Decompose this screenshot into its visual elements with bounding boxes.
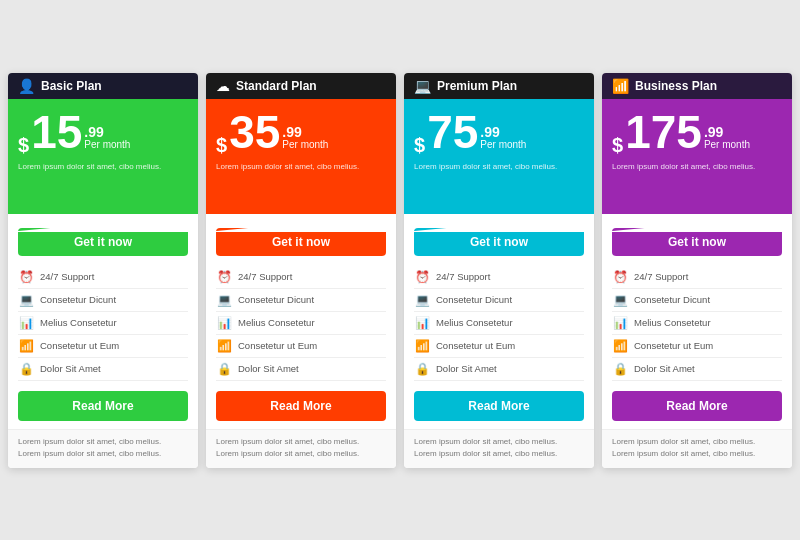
plan-cta-basic: Get it now [18, 228, 188, 256]
read-more-button-standard[interactable]: Read More [216, 391, 386, 421]
plan-name-basic: Basic Plan [41, 79, 102, 93]
plan-footer-premium: Lorem ipsum dolor sit amet, cibo melius.… [404, 429, 594, 468]
plan-description-business: Lorem ipsum dolor sit amet, cibo melius. [612, 161, 782, 172]
plan-price-row-basic: $ 15 .99 Per month [18, 109, 188, 155]
pricing-table: 👤 Basic Plan $ 15 .99 Per month Lorem ip… [0, 63, 800, 478]
list-item: 💻 Consetetur Dicunt [216, 289, 386, 312]
list-item: 💻 Consetetur Dicunt [612, 289, 782, 312]
list-item: 📊 Melius Consetetur [612, 312, 782, 335]
feature-label-0: 24/7 Support [238, 271, 292, 282]
read-more-button-premium[interactable]: Read More [414, 391, 584, 421]
plan-name-standard: Standard Plan [236, 79, 317, 93]
cta-button-business[interactable]: Get it now [612, 228, 782, 256]
feature-label-3: Consetetur ut Eum [238, 340, 317, 351]
price-cents-basic: .99 [84, 125, 130, 139]
price-main-basic: 15 [31, 109, 82, 155]
feature-label-1: Consetetur Dicunt [40, 294, 116, 305]
feature-icon-4: 🔒 [216, 362, 232, 376]
feature-icon-1: 💻 [18, 293, 34, 307]
price-main-premium: 75 [427, 109, 478, 155]
price-dollar-standard: $ [216, 135, 227, 155]
feature-icon-4: 🔒 [612, 362, 628, 376]
list-item: 🔒 Dolor Sit Amet [18, 358, 188, 381]
plan-name-business: Business Plan [635, 79, 717, 93]
footer-text-premium: Lorem ipsum dolor sit amet, cibo melius.… [414, 436, 584, 460]
plan-icon-premium: 💻 [414, 78, 431, 94]
feature-label-2: Melius Consetetur [40, 317, 117, 328]
plan-card-standard: ☁ Standard Plan $ 35 .99 Per month Lorem… [206, 73, 396, 468]
list-item: 📶 Consetetur ut Eum [216, 335, 386, 358]
price-period-standard: Per month [282, 139, 328, 151]
plan-footer-basic: Lorem ipsum dolor sit amet, cibo melius.… [8, 429, 198, 468]
feature-label-4: Dolor Sit Amet [40, 363, 101, 374]
plan-header-bar-standard: ☁ Standard Plan [206, 73, 396, 99]
list-item: ⏰ 24/7 Support [216, 266, 386, 289]
plan-name-premium: Premium Plan [437, 79, 517, 93]
feature-icon-3: 📶 [612, 339, 628, 353]
plan-icon-basic: 👤 [18, 78, 35, 94]
feature-label-4: Dolor Sit Amet [436, 363, 497, 374]
feature-icon-3: 📶 [414, 339, 430, 353]
plan-card-business: 📶 Business Plan $ 175 .99 Per month Lore… [602, 73, 792, 468]
feature-label-1: Consetetur Dicunt [436, 294, 512, 305]
list-item: 📊 Melius Consetetur [216, 312, 386, 335]
feature-icon-2: 📊 [18, 316, 34, 330]
feature-label-4: Dolor Sit Amet [238, 363, 299, 374]
feature-list-basic: ⏰ 24/7 Support 💻 Consetetur Dicunt 📊 Mel… [18, 266, 188, 381]
plan-icon-business: 📶 [612, 78, 629, 94]
footer-text-standard: Lorem ipsum dolor sit amet, cibo melius.… [216, 436, 386, 460]
price-dollar-business: $ [612, 135, 623, 155]
cta-button-standard[interactable]: Get it now [216, 228, 386, 256]
plan-card-premium: 💻 Premium Plan $ 75 .99 Per month Lorem … [404, 73, 594, 468]
list-item: ⏰ 24/7 Support [612, 266, 782, 289]
price-period-business: Per month [704, 139, 750, 151]
plan-price-row-standard: $ 35 .99 Per month [216, 109, 386, 155]
plan-header-standard: $ 35 .99 Per month Lorem ipsum dolor sit… [206, 99, 396, 214]
footer-text-business: Lorem ipsum dolor sit amet, cibo melius.… [612, 436, 782, 460]
read-more-button-business[interactable]: Read More [612, 391, 782, 421]
plan-price-row-premium: $ 75 .99 Per month [414, 109, 584, 155]
feature-label-0: 24/7 Support [436, 271, 490, 282]
plan-body-premium: Get it now ⏰ 24/7 Support 💻 Consetetur D… [404, 214, 594, 429]
price-cents-premium: .99 [480, 125, 526, 139]
price-main-standard: 35 [229, 109, 280, 155]
list-item: 🔒 Dolor Sit Amet [216, 358, 386, 381]
feature-icon-0: ⏰ [414, 270, 430, 284]
feature-label-2: Melius Consetetur [436, 317, 513, 328]
feature-label-3: Consetetur ut Eum [40, 340, 119, 351]
feature-icon-3: 📶 [216, 339, 232, 353]
feature-label-1: Consetetur Dicunt [238, 294, 314, 305]
list-item: 📶 Consetetur ut Eum [612, 335, 782, 358]
plan-price-row-business: $ 175 .99 Per month [612, 109, 782, 155]
feature-icon-3: 📶 [18, 339, 34, 353]
list-item: ⏰ 24/7 Support [414, 266, 584, 289]
feature-icon-0: ⏰ [612, 270, 628, 284]
feature-label-1: Consetetur Dicunt [634, 294, 710, 305]
feature-icon-1: 💻 [216, 293, 232, 307]
feature-icon-4: 🔒 [414, 362, 430, 376]
list-item: ⏰ 24/7 Support [18, 266, 188, 289]
feature-list-premium: ⏰ 24/7 Support 💻 Consetetur Dicunt 📊 Mel… [414, 266, 584, 381]
plan-body-basic: Get it now ⏰ 24/7 Support 💻 Consetetur D… [8, 214, 198, 429]
cta-button-basic[interactable]: Get it now [18, 228, 188, 256]
read-more-button-basic[interactable]: Read More [18, 391, 188, 421]
feature-label-0: 24/7 Support [634, 271, 688, 282]
plan-header-bar-basic: 👤 Basic Plan [8, 73, 198, 99]
cta-button-premium[interactable]: Get it now [414, 228, 584, 256]
feature-label-2: Melius Consetetur [634, 317, 711, 328]
plan-header-bar-business: 📶 Business Plan [602, 73, 792, 99]
list-item: 💻 Consetetur Dicunt [414, 289, 584, 312]
plan-cta-business: Get it now [612, 228, 782, 256]
feature-icon-2: 📊 [216, 316, 232, 330]
feature-icon-2: 📊 [414, 316, 430, 330]
price-period-premium: Per month [480, 139, 526, 151]
footer-text-basic: Lorem ipsum dolor sit amet, cibo melius.… [18, 436, 188, 460]
plan-card-basic: 👤 Basic Plan $ 15 .99 Per month Lorem ip… [8, 73, 198, 468]
feature-label-2: Melius Consetetur [238, 317, 315, 328]
feature-label-0: 24/7 Support [40, 271, 94, 282]
plan-cta-standard: Get it now [216, 228, 386, 256]
price-cents-standard: .99 [282, 125, 328, 139]
feature-icon-0: ⏰ [216, 270, 232, 284]
price-dollar-premium: $ [414, 135, 425, 155]
list-item: 📊 Melius Consetetur [18, 312, 188, 335]
